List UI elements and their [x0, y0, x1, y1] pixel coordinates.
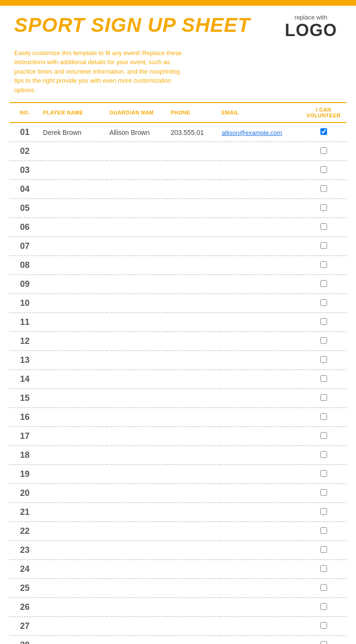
- volunteer-checkbox[interactable]: [320, 584, 327, 591]
- volunteer-checkbox[interactable]: [320, 622, 327, 629]
- volunteer-checkbox[interactable]: [320, 375, 327, 382]
- volunteer-checkbox[interactable]: [320, 185, 327, 192]
- volunteer-checkbox[interactable]: [320, 508, 327, 515]
- email-cell: [219, 636, 300, 644]
- row-number: 14: [9, 370, 40, 389]
- volunteer-cell[interactable]: [300, 161, 347, 180]
- volunteer-checkbox[interactable]: [320, 394, 327, 401]
- table-row: 20: [9, 484, 347, 503]
- row-number: 15: [9, 389, 40, 408]
- guardian-name-cell: [106, 332, 168, 351]
- row-number: 27: [9, 617, 40, 636]
- header-section: SPORT SIGN UP SHEET replace with LOGO: [0, 6, 356, 45]
- table-row: 15: [9, 389, 347, 408]
- phone-cell: [168, 370, 219, 389]
- volunteer-checkbox[interactable]: [320, 128, 327, 135]
- guardian-name-cell: [106, 408, 168, 427]
- player-name-cell: [40, 237, 107, 256]
- player-name-cell: [40, 427, 107, 446]
- email-link[interactable]: allison@example.com: [222, 129, 282, 136]
- volunteer-cell[interactable]: [300, 332, 347, 351]
- volunteer-cell[interactable]: [300, 465, 347, 484]
- phone-cell: [168, 313, 219, 332]
- volunteer-checkbox[interactable]: [320, 470, 327, 477]
- player-name-cell: [40, 351, 107, 370]
- volunteer-cell[interactable]: [300, 256, 347, 275]
- guardian-name-cell: [106, 351, 168, 370]
- volunteer-cell[interactable]: [300, 636, 347, 644]
- volunteer-checkbox[interactable]: [320, 413, 327, 420]
- volunteer-cell[interactable]: [300, 541, 347, 560]
- volunteer-checkbox[interactable]: [320, 318, 327, 325]
- volunteer-checkbox[interactable]: [320, 432, 327, 439]
- volunteer-checkbox[interactable]: [320, 261, 327, 268]
- volunteer-checkbox[interactable]: [320, 299, 327, 306]
- volunteer-cell[interactable]: [300, 142, 347, 161]
- row-number: 25: [9, 579, 40, 598]
- volunteer-cell[interactable]: [300, 237, 347, 256]
- email-cell: [219, 370, 300, 389]
- volunteer-cell[interactable]: [300, 199, 347, 218]
- table-row: 28: [9, 636, 347, 644]
- volunteer-checkbox[interactable]: [320, 337, 327, 344]
- volunteer-cell[interactable]: [300, 408, 347, 427]
- table-row: 01Derek BrownAllison Brown203.555.01alli…: [9, 123, 347, 142]
- row-number: 07: [9, 237, 40, 256]
- row-number: 10: [9, 294, 40, 313]
- row-number: 03: [9, 161, 40, 180]
- volunteer-cell[interactable]: [300, 351, 347, 370]
- volunteer-cell[interactable]: [300, 180, 347, 199]
- row-number: 23: [9, 541, 40, 560]
- phone-cell: [168, 161, 219, 180]
- volunteer-cell[interactable]: [300, 389, 347, 408]
- volunteer-checkbox[interactable]: [320, 223, 327, 230]
- volunteer-checkbox[interactable]: [320, 565, 327, 572]
- volunteer-cell[interactable]: [300, 560, 347, 579]
- player-name-cell: [40, 294, 107, 313]
- table-row: 26: [9, 598, 347, 617]
- player-name-cell: [40, 503, 107, 522]
- volunteer-cell[interactable]: [300, 313, 347, 332]
- player-name-cell: [40, 180, 107, 199]
- guardian-name-cell: [106, 446, 168, 465]
- table-row: 04: [9, 180, 347, 199]
- table-row: 22: [9, 522, 347, 541]
- guardian-name-cell: [106, 142, 168, 161]
- volunteer-cell[interactable]: [300, 294, 347, 313]
- volunteer-checkbox[interactable]: [320, 166, 327, 173]
- volunteer-checkbox[interactable]: [320, 546, 327, 553]
- row-number: 09: [9, 275, 40, 294]
- volunteer-cell[interactable]: [300, 427, 347, 446]
- volunteer-checkbox[interactable]: [320, 527, 327, 534]
- volunteer-cell[interactable]: [300, 123, 347, 142]
- volunteer-checkbox[interactable]: [320, 204, 327, 211]
- volunteer-cell[interactable]: [300, 275, 347, 294]
- player-name-cell: [40, 161, 107, 180]
- volunteer-cell[interactable]: [300, 370, 347, 389]
- volunteer-cell[interactable]: [300, 503, 347, 522]
- volunteer-checkbox[interactable]: [320, 603, 327, 610]
- volunteer-cell[interactable]: [300, 579, 347, 598]
- player-name-cell: [40, 522, 107, 541]
- volunteer-checkbox[interactable]: [320, 489, 327, 496]
- volunteer-checkbox[interactable]: [320, 242, 327, 249]
- volunteer-checkbox[interactable]: [320, 147, 327, 154]
- row-number: 06: [9, 218, 40, 237]
- volunteer-cell[interactable]: [300, 598, 347, 617]
- volunteer-cell[interactable]: [300, 617, 347, 636]
- row-number: 13: [9, 351, 40, 370]
- phone-cell: [168, 180, 219, 199]
- guardian-name-cell: [106, 598, 168, 617]
- player-name-cell: [40, 370, 107, 389]
- player-name-cell: [40, 598, 107, 617]
- volunteer-checkbox[interactable]: [320, 451, 327, 458]
- volunteer-cell[interactable]: [300, 218, 347, 237]
- email-cell: [219, 617, 300, 636]
- email-cell: [219, 427, 300, 446]
- volunteer-cell[interactable]: [300, 484, 347, 503]
- volunteer-cell[interactable]: [300, 446, 347, 465]
- volunteer-cell[interactable]: [300, 522, 347, 541]
- volunteer-checkbox[interactable]: [320, 641, 327, 644]
- volunteer-checkbox[interactable]: [320, 280, 327, 287]
- volunteer-checkbox[interactable]: [320, 356, 327, 363]
